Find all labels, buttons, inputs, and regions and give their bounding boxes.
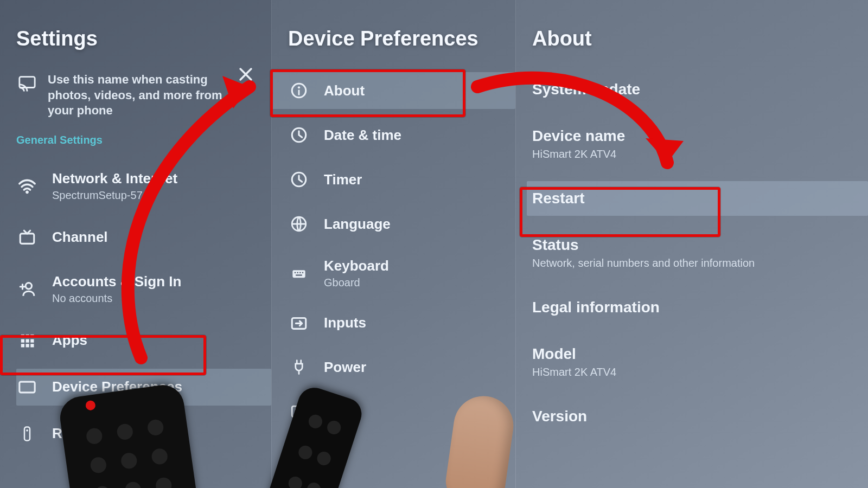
cast-icon: [16, 72, 38, 94]
about-item-legal[interactable]: Legal information: [532, 290, 868, 325]
input-icon: [288, 312, 310, 333]
device-preferences-title: Device Preferences: [272, 27, 515, 50]
info-icon: [288, 80, 310, 101]
apps-icon: [16, 330, 38, 351]
keyboard-icon: [288, 262, 310, 284]
cast-hint-row: Use this name when casting photos, video…: [16, 72, 271, 119]
tv-icon: [16, 227, 38, 248]
pref-item-date-time[interactable]: Date & time: [272, 117, 515, 153]
about-item-device-name[interactable]: Device name HiSmart 2K ATV4: [532, 119, 868, 169]
about-item-model[interactable]: Model HiSmart 2K ATV4: [532, 337, 868, 387]
pref-item-keyboard[interactable]: KeyboardGboard: [272, 250, 515, 297]
power-plug-icon: [288, 356, 310, 378]
about-item-system-update[interactable]: System update: [532, 72, 868, 107]
person-add-icon: [16, 278, 38, 300]
about-item-status[interactable]: Status Network, serial numbers and other…: [532, 228, 868, 278]
settings-title: Settings: [16, 27, 271, 50]
cast-hint-text: Use this name when casting photos, video…: [48, 72, 250, 119]
clock-icon: [288, 124, 310, 146]
pref-item-about[interactable]: About: [272, 72, 515, 109]
wifi-icon: [16, 175, 38, 197]
pref-item-inputs[interactable]: Inputs: [272, 304, 515, 341]
about-item-version[interactable]: Version: [532, 399, 868, 434]
pref-item-power[interactable]: Power: [272, 349, 515, 386]
pref-item-language[interactable]: Language: [272, 206, 515, 242]
remote-icon: [16, 423, 38, 445]
settings-item-network[interactable]: Network & InternetSpectrumSetup-57: [16, 163, 271, 209]
settings-item-accounts[interactable]: Accounts & Sign InNo accounts: [16, 266, 271, 312]
settings-item-apps[interactable]: Apps: [16, 322, 271, 359]
display-icon: [16, 376, 38, 398]
general-settings-label: General Settings: [16, 134, 271, 146]
close-icon[interactable]: [237, 65, 255, 84]
clock-icon: [288, 169, 310, 190]
pref-item-timer[interactable]: Timer: [272, 161, 515, 198]
about-title: About: [532, 27, 868, 50]
foreground-remote-1: [58, 382, 197, 488]
globe-icon: [288, 213, 310, 235]
settings-item-channel[interactable]: Channel: [16, 219, 271, 256]
about-panel: About System update Device name HiSmart …: [515, 0, 868, 488]
about-item-restart[interactable]: Restart: [527, 181, 868, 216]
